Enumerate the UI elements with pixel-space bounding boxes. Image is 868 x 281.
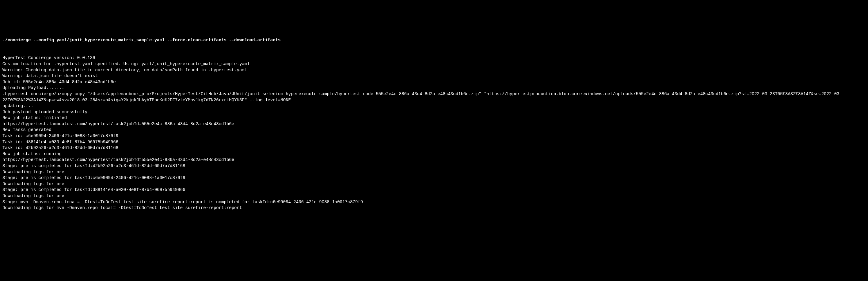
output-line: Downloading logs for mvn -Dmaven.repo.lo…	[2, 205, 866, 211]
output-line: Downloading logs for pre	[2, 169, 866, 175]
output-line: Stage: pre is completed for taskId:c6e99…	[2, 175, 866, 181]
terminal-output: ./concierge --config yaml/junit_hyperexe…	[2, 25, 866, 217]
output-lines: HyperTest Concierge version: 0.0.139Cust…	[2, 55, 866, 211]
output-line: Task id: 42b92a26-a2c3-461d-82dd-60d7a7d…	[2, 145, 866, 151]
output-line: Uploading Payload.......	[2, 85, 866, 91]
output-line: https://hypertest.lambdatest.com/hyperte…	[2, 157, 866, 163]
output-line: Stage: pre is completed for taskId:d8814…	[2, 187, 866, 193]
output-line: HyperTest Concierge version: 0.0.139	[2, 55, 866, 61]
output-line: .hypertest-concierge/azcopy copy "/Users…	[2, 91, 866, 103]
output-line: Warning: data.json file doesn't exist	[2, 73, 866, 79]
output-line: Stage: pre is completed for taskId:42b92…	[2, 163, 866, 169]
output-line: Downloading logs for pre	[2, 181, 866, 187]
output-line: Downloading logs for pre	[2, 193, 866, 199]
command-line: ./concierge --config yaml/junit_hyperexe…	[2, 37, 866, 43]
output-line: Job id: 555e2e4c-886a-43d4-8d2a-e48c43cd…	[2, 79, 866, 85]
output-line: updating....	[2, 103, 866, 109]
output-line: https://hypertest.lambdatest.com/hyperte…	[2, 121, 866, 127]
output-line: New Tasks generated	[2, 127, 866, 133]
output-line: Task id: c6e99094-2406-421c-9088-1a0017c…	[2, 133, 866, 139]
output-line: New job status: running	[2, 151, 866, 157]
output-line: Warning: Checking data.json file in curr…	[2, 67, 866, 73]
output-line: Stage: mvn -Dmaven.repo.local= -Dtest=To…	[2, 199, 866, 205]
output-line: Task id: d88141e4-a030-4e8f-87b4-96975b9…	[2, 139, 866, 145]
output-line: Custom location for .hypertest.yaml spec…	[2, 61, 866, 67]
output-line: Job payload uploaded successfully	[2, 109, 866, 115]
output-line: New job status: initiated	[2, 115, 866, 121]
